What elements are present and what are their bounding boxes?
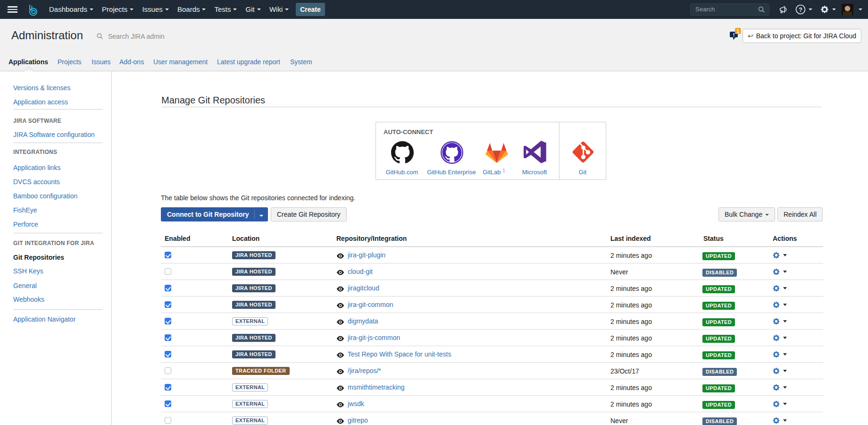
svg-text:?: ?	[799, 6, 802, 13]
svg-text:!: !	[733, 32, 735, 38]
svg-text:1: 1	[736, 28, 739, 34]
